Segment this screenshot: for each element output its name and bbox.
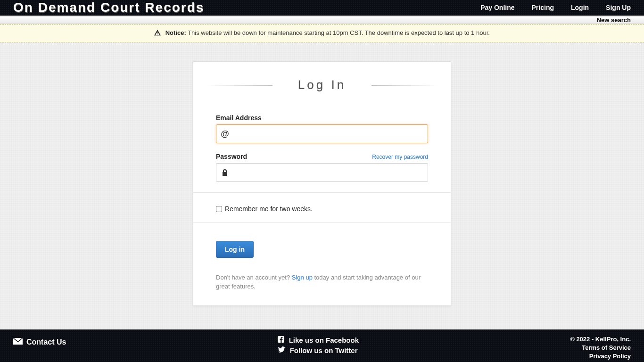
remember-checkbox[interactable] [216, 206, 222, 212]
twitter-link[interactable]: Follow us on Twitter [278, 346, 359, 356]
at-icon: @ [216, 129, 233, 139]
login-card: Log In Email Address @ Password Recover … [193, 61, 451, 306]
privacy-link[interactable]: Privacy Policy [570, 352, 631, 361]
login-title: Log In [216, 78, 428, 92]
brand-title: On Demand Court Records [13, 0, 204, 15]
remember-text: Remember me for two weeks. [225, 205, 313, 213]
notice-text: This website will be down for maintenanc… [188, 29, 490, 36]
warning-icon [154, 29, 161, 37]
signup-note: Don't have an account yet? Sign up today… [216, 273, 428, 291]
password-label: Password [216, 153, 247, 160]
facebook-icon [278, 335, 284, 346]
email-input-wrap: @ [216, 124, 428, 143]
contact-us-link[interactable]: Contact Us [13, 335, 66, 346]
signup-note-prefix: Don't have an account yet? [216, 274, 292, 281]
email-field-group: Email Address @ [216, 114, 428, 143]
notice-banner: Notice: This website will be down for ma… [0, 24, 644, 42]
nav-pricing[interactable]: Pricing [532, 4, 554, 11]
email-input[interactable] [233, 125, 428, 143]
footer-social: Like us on Facebook Follow us on Twitter [278, 335, 359, 356]
divider [193, 192, 451, 193]
signup-link[interactable]: Sign up [292, 274, 313, 281]
remember-row: Remember me for two weeks. [216, 203, 428, 216]
password-field-group: Password Recover my password [216, 153, 428, 182]
new-search-link[interactable]: New search [597, 16, 631, 24]
twitter-icon [278, 346, 285, 356]
recover-password-link[interactable]: Recover my password [372, 154, 428, 160]
password-input-wrap [216, 163, 428, 182]
footer-legal: © 2022 - KellPro, Inc. Terms of Service … [570, 335, 631, 361]
facebook-link[interactable]: Like us on Facebook [278, 335, 359, 346]
facebook-text: Like us on Facebook [289, 335, 359, 346]
tos-link[interactable]: Terms of Service [570, 344, 631, 352]
nav-pay-online[interactable]: Pay Online [480, 4, 514, 11]
contact-us-text: Contact Us [26, 338, 66, 346]
sub-bar: New search [0, 16, 644, 24]
twitter-text: Follow us on Twitter [290, 346, 358, 356]
notice-label: Notice: [165, 29, 186, 36]
nav-login[interactable]: Login [571, 4, 589, 11]
footer: Contact Us Like us on Facebook Follow us… [0, 329, 644, 362]
main-content: Log In Email Address @ Password Recover … [0, 42, 644, 329]
header: On Demand Court Records Pay Online Prici… [0, 0, 644, 16]
password-input[interactable] [233, 164, 428, 181]
mail-icon [13, 338, 23, 346]
top-nav: Pay Online Pricing Login Sign Up [480, 4, 631, 11]
nav-signup[interactable]: Sign Up [606, 4, 631, 11]
email-label: Email Address [216, 114, 262, 122]
login-button[interactable]: Log in [216, 241, 254, 258]
copyright: © 2022 - KellPro, Inc. [570, 335, 631, 344]
divider [193, 222, 451, 223]
remember-label[interactable]: Remember me for two weeks. [216, 205, 313, 213]
lock-icon [216, 169, 233, 176]
